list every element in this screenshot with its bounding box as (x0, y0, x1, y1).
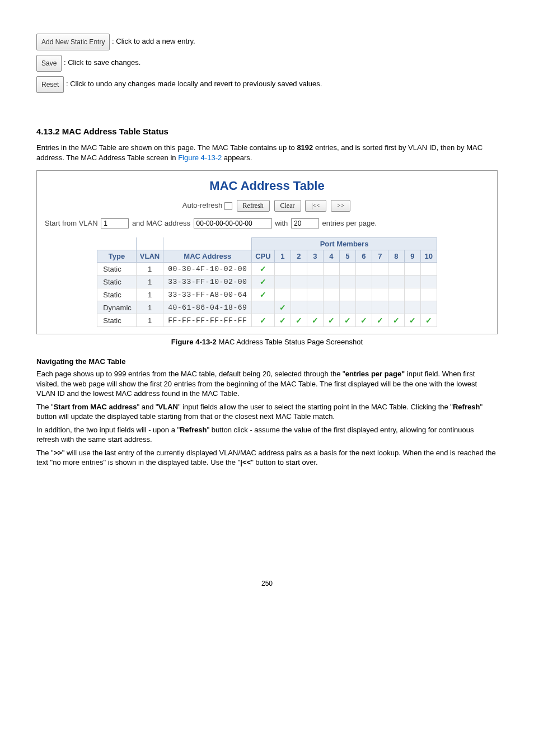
table-row: Static100-30-4F-10-02-00✓ (97, 263, 437, 276)
and-mac-label: and MAC address (132, 219, 190, 227)
cell-port: ✓ (323, 314, 339, 327)
reset-desc: : Click to undo any changes made locally… (66, 80, 322, 88)
cell-vlan: 1 (136, 276, 163, 288)
cell-port: ✓ (307, 314, 323, 327)
cell-port (355, 288, 372, 301)
cell-type: Static (97, 314, 137, 327)
reset-button[interactable]: Reset (36, 76, 64, 93)
cell-port: ✓ (388, 314, 404, 327)
section-title: 4.13.2 MAC Address Table Status (36, 127, 498, 136)
cell-port (420, 276, 437, 288)
mac-address-table: Port Members Type VLAN MAC Address CPU 1… (97, 237, 437, 327)
cell-port (307, 276, 323, 288)
check-icon: ✓ (393, 316, 400, 325)
col-port-10: 10 (420, 250, 437, 263)
check-icon: ✓ (279, 303, 286, 312)
auto-refresh-checkbox[interactable] (224, 202, 232, 210)
intro-paragraph: Entries in the MAC Table are shown on th… (36, 143, 498, 162)
port-members-header: Port Members (252, 238, 437, 250)
check-icon: ✓ (260, 264, 266, 273)
auto-refresh-label: Auto-refresh (182, 201, 223, 209)
nav-p3b: Refresh (180, 426, 207, 434)
col-port-6: 6 (355, 250, 372, 263)
check-icon: ✓ (260, 277, 266, 286)
table-row: Static133-33-FF-A8-00-64✓ (97, 288, 437, 301)
refresh-button[interactable]: Refresh (237, 200, 270, 212)
cell-type: Dynamic (97, 301, 137, 314)
cell-port (291, 288, 307, 301)
cell-port (372, 276, 388, 288)
save-button[interactable]: Save (36, 55, 62, 72)
nav-p2c: " and " (137, 403, 158, 411)
cell-port: ✓ (274, 301, 291, 314)
col-type: Type (97, 250, 137, 263)
clear-button[interactable]: Clear (274, 200, 301, 212)
cell-port: ✓ (420, 314, 437, 327)
cell-mac: 40-61-86-04-18-69 (163, 301, 252, 314)
cell-port (307, 301, 323, 314)
cell-port (388, 263, 404, 276)
cell-port (339, 301, 355, 314)
cell-port (291, 301, 307, 314)
cell-port (404, 276, 420, 288)
cell-port (323, 263, 339, 276)
nav-p1b: entries per page" (345, 370, 405, 378)
nav-p1: Each page shows up to 999 entries from t… (36, 369, 498, 399)
cell-port (291, 276, 307, 288)
cell-mac: FF-FF-FF-FF-FF-FF (163, 314, 252, 327)
cell-port (307, 288, 323, 301)
col-vlan: VLAN (136, 250, 163, 263)
cell-port (420, 263, 437, 276)
check-icon: ✓ (296, 316, 302, 325)
cell-port (404, 288, 420, 301)
cell-port (323, 301, 339, 314)
save-desc: : Click to save changes. (64, 58, 140, 67)
intro-count: 8192 (297, 143, 313, 152)
cell-port: ✓ (252, 288, 274, 301)
cell-port (372, 263, 388, 276)
start-mac-input[interactable] (194, 218, 272, 228)
cell-vlan: 1 (136, 314, 163, 327)
start-vlan-label: Start from VLAN (45, 219, 98, 227)
cell-port (291, 263, 307, 276)
add-new-desc: : Click to add a new entry. (112, 37, 195, 45)
entries-per-page-label: entries per page. (322, 219, 377, 227)
start-vlan-input[interactable] (101, 218, 129, 228)
nav-p2d: VLAN (158, 403, 178, 411)
cell-port: ✓ (252, 263, 274, 276)
col-port-3: 3 (307, 250, 323, 263)
cell-vlan: 1 (136, 263, 163, 276)
check-icon: ✓ (260, 290, 266, 299)
nav-p3a: In addition, the two input fields will -… (36, 426, 180, 434)
first-page-button[interactable]: |<< (305, 200, 326, 212)
cell-port (420, 301, 437, 314)
cell-port (355, 263, 372, 276)
check-icon: ✓ (312, 316, 318, 325)
nav-p4a: The " (36, 449, 54, 457)
add-new-static-entry-button[interactable]: Add New Static Entry (36, 34, 110, 50)
cell-port: ✓ (274, 314, 291, 327)
check-icon: ✓ (409, 316, 416, 325)
cell-port (388, 276, 404, 288)
col-port-2: 2 (291, 250, 307, 263)
entries-per-page-input[interactable] (291, 218, 319, 228)
table-row: Static133-33-FF-10-02-00✓ (97, 276, 437, 288)
cell-type: Static (97, 288, 137, 301)
next-page-button[interactable]: >> (331, 200, 351, 212)
cell-port: ✓ (291, 314, 307, 327)
nav-p2: The "Start from MAC address" and "VLAN" … (36, 402, 498, 422)
col-port-8: 8 (388, 250, 404, 263)
cell-port (372, 288, 388, 301)
col-port-cpu: CPU (252, 250, 274, 263)
cell-type: Static (97, 263, 137, 276)
cell-port (339, 276, 355, 288)
cell-port: ✓ (252, 314, 274, 327)
cell-port (372, 301, 388, 314)
figure-link[interactable]: Figure 4-13-2 (178, 153, 222, 162)
col-port-5: 5 (339, 250, 355, 263)
intro-a: Entries in the MAC Table are shown on th… (36, 143, 297, 152)
nav-p2a: The " (36, 403, 54, 411)
cell-port (339, 263, 355, 276)
nav-p2b: Start from MAC address (54, 403, 137, 411)
cell-port (252, 301, 274, 314)
